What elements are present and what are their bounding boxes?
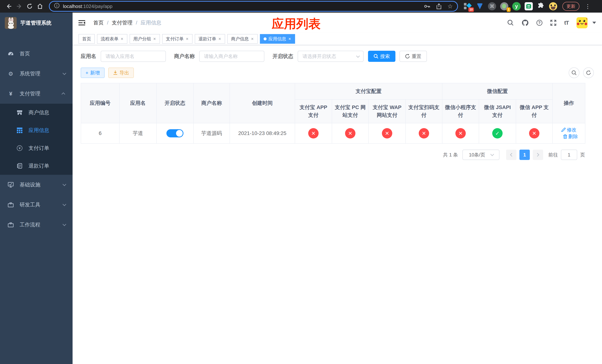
avatar-caret-icon[interactable] [592, 22, 596, 24]
tab-app-info[interactable]: 应用信息× [260, 34, 295, 44]
breadcrumb-home[interactable]: 首页 [93, 19, 104, 26]
extension-badge-one: 1 [507, 7, 511, 12]
toolbox-icon [7, 222, 14, 227]
tab-close-icon[interactable]: × [288, 37, 291, 41]
extension-yudao-icon[interactable]: y [512, 2, 521, 11]
sidebar-item-dev-tools[interactable]: 研发工具 [0, 195, 73, 215]
extension-gem-icon[interactable] [475, 2, 484, 11]
tab-refund-orders[interactable]: 退款订单× [195, 34, 225, 44]
breadcrumb-payment[interactable]: 支付管理 [112, 19, 133, 26]
page-size-select[interactable]: 10条/页 [462, 150, 499, 160]
sidebar-item-refund-orders[interactable]: 退款订单 [0, 157, 73, 175]
status-select[interactable]: 请选择开启状态 [298, 51, 364, 62]
reload-icon[interactable] [24, 1, 35, 11]
gear-icon: ⚙ [7, 71, 14, 77]
font-size-icon[interactable]: tT [564, 20, 569, 26]
table-row: 6 芋道 芋道源码 2021-10-23 08:49:25 ✕ ✕ ✕ ✕ ✕ … [81, 123, 585, 143]
status-cross-icon: ✕ [455, 128, 466, 139]
tag-view-bar: 首页 流程表单× 用户分组× 支付订单× 退款订单× 商户信息× 应用信息× [73, 33, 602, 45]
help-icon[interactable]: ? [537, 20, 542, 26]
share-icon[interactable] [436, 3, 441, 9]
sidebar-fold-icon[interactable] [78, 20, 85, 26]
fullscreen-icon[interactable] [550, 20, 557, 26]
home-icon[interactable] [35, 1, 45, 11]
search-button[interactable]: 搜索 [368, 51, 395, 62]
reset-button[interactable]: 重置 [399, 51, 427, 62]
emoji-face [549, 2, 557, 10]
avatar[interactable] [576, 17, 588, 28]
tab-user-group[interactable]: 用户分组× [129, 34, 160, 44]
next-page-button[interactable] [533, 150, 543, 160]
sidebar-item-home[interactable]: 首页 [0, 44, 73, 64]
col-wx-lite: 微信小程序支付 [442, 99, 479, 123]
tab-close-icon[interactable]: × [153, 37, 156, 41]
url-bar[interactable]: localhost:1024/pay/app ☆ [49, 1, 458, 12]
sidebar-item-pay-orders[interactable]: ¥ 支付订单 [0, 139, 73, 157]
sidebar-item-system[interactable]: ⚙ 系统管理 [0, 64, 73, 84]
yen-circle-icon: ¥ [16, 145, 23, 151]
forward-icon[interactable] [14, 1, 24, 11]
extensions-puzzle-icon[interactable] [537, 2, 545, 11]
browser-menu-icon[interactable]: ⋮ [585, 3, 591, 10]
tab-home[interactable]: 首页 [78, 34, 95, 44]
tab-merchant-info[interactable]: 商户信息× [227, 34, 258, 44]
sidebar-item-app-info[interactable]: 应用信息 [0, 121, 73, 139]
extension-command-icon[interactable]: ⌘ [488, 2, 496, 11]
search-icon[interactable] [507, 20, 514, 26]
col-wx-jsapi: 微信 JSAPI 支付 [479, 99, 516, 123]
extension-badge-count: 10 [468, 7, 474, 12]
tab-pay-orders[interactable]: 支付订单× [162, 34, 193, 44]
status-cross-icon: ✕ [308, 128, 319, 139]
cell-alipay-wap: ✕ [369, 123, 406, 143]
tab-process-form[interactable]: 流程表单× [97, 34, 127, 44]
status-select-placeholder: 请选择开启状态 [302, 53, 336, 60]
sidebar-item-label: 首页 [20, 50, 30, 57]
password-key-icon[interactable] [424, 4, 430, 9]
merchant-name-input[interactable] [199, 51, 264, 62]
refresh-table-button[interactable] [583, 67, 594, 78]
header-actions: ? tT [507, 17, 596, 28]
sidebar-item-infrastructure[interactable]: 基础设施 [0, 175, 73, 195]
github-icon[interactable] [522, 19, 529, 26]
tab-close-icon[interactable]: × [218, 37, 221, 41]
export-button[interactable]: 导出 [108, 68, 134, 78]
breadcrumb: 首页 / 支付管理 / 应用信息 [93, 19, 161, 26]
cell-wx-app: ✕ [516, 123, 553, 143]
sidebar-logo[interactable]: 芋道管理系统 [0, 13, 73, 33]
sidebar-item-merchant-info[interactable]: 商户信息 [0, 104, 73, 121]
sidebar-item-payment[interactable]: ¥ 支付管理 [0, 84, 73, 104]
current-page-button[interactable]: 1 [519, 150, 530, 160]
extension-diamond-icon[interactable]: 10 [463, 2, 472, 11]
col-enabled: 开启状态 [156, 83, 194, 123]
col-alipay-pc: 支付宝 PC 网站支付 [332, 99, 369, 123]
delete-link[interactable]: 删除 [563, 133, 578, 140]
status-label: 开启状态 [272, 53, 293, 60]
tab-close-icon[interactable]: × [185, 37, 189, 41]
page-size-value: 10条/页 [469, 152, 485, 158]
back-icon[interactable] [4, 1, 14, 11]
search-button-label: 搜索 [380, 53, 390, 60]
tab-close-icon[interactable]: × [120, 37, 124, 41]
trash-icon [563, 134, 567, 139]
goto-page-input[interactable] [561, 150, 577, 160]
enabled-toggle[interactable] [166, 129, 183, 137]
toggle-search-button[interactable] [569, 67, 580, 78]
tab-close-icon[interactable]: × [251, 37, 254, 41]
prev-page-button[interactable] [506, 150, 516, 160]
add-button[interactable]: + 新增 [81, 68, 105, 78]
cell-wx-jsapi: ✓ [479, 123, 516, 143]
plus-icon: + [86, 70, 88, 76]
table-toolbar: + 新增 导出 [81, 67, 594, 78]
bookmark-star-icon[interactable]: ☆ [447, 3, 453, 9]
extension-emoji-icon[interactable] [549, 2, 558, 11]
main-area: 应用列表 首页 / 支付管理 / 应用信息 [73, 13, 602, 364]
browser-update-button[interactable]: 更新 [562, 2, 580, 11]
extension-chat-icon[interactable] [524, 2, 533, 11]
page-info-icon[interactable] [54, 3, 60, 10]
search-icon [571, 70, 577, 75]
app-name-input[interactable] [101, 51, 166, 62]
sidebar-item-workflow[interactable]: 工作流程 [0, 215, 73, 235]
edit-link[interactable]: 修改 [561, 127, 576, 133]
extension-recorder-icon[interactable]: 1 [500, 2, 509, 11]
question-glyph: ? [537, 20, 542, 26]
